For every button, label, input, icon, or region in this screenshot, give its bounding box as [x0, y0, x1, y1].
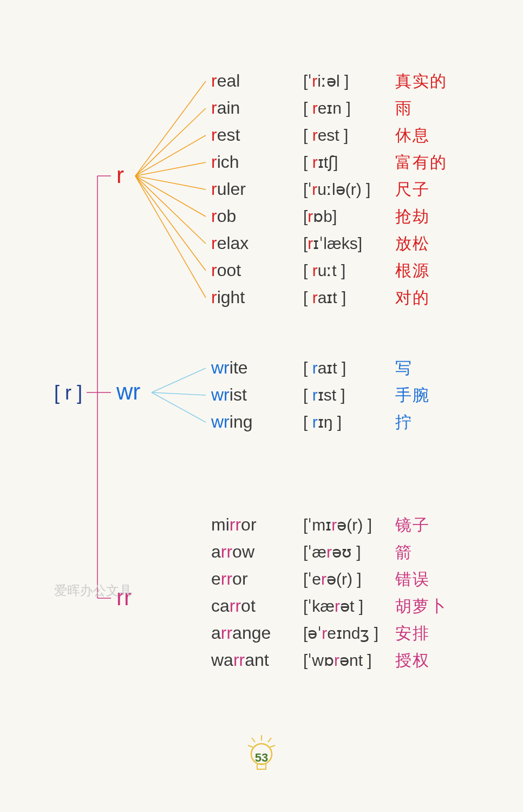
- ipa: [ reɪn ]: [303, 99, 395, 117]
- entry-row: arrange[əˈreɪndʒ ]安排: [211, 623, 430, 645]
- svg-line-4: [135, 81, 206, 176]
- entry-row: arrow[ˈærəʊ ]箭: [211, 541, 413, 564]
- meaning: 真实的: [395, 70, 447, 93]
- meaning: 镜子: [395, 514, 430, 536]
- ipa: [ rɪtʃ]: [303, 153, 395, 172]
- ipa: [ raɪt ]: [303, 358, 395, 377]
- word: mirror: [211, 515, 303, 535]
- entry-row: rob[rɒb]抢劫: [211, 206, 430, 228]
- svg-line-5: [135, 108, 206, 176]
- word: carrot: [211, 596, 303, 616]
- spelling-r: r: [116, 162, 124, 188]
- meaning: 抢劫: [395, 206, 430, 228]
- meaning: 放松: [395, 233, 430, 255]
- page-number-badge: 53: [245, 734, 278, 788]
- meaning: 拧: [395, 411, 413, 434]
- word: error: [211, 569, 303, 589]
- word: root: [211, 260, 303, 280]
- word: rob: [211, 206, 303, 226]
- meaning: 授权: [395, 650, 430, 672]
- ipa: [ˈruːlə(r) ]: [303, 180, 395, 199]
- word: write: [211, 358, 303, 378]
- watermark: 爱晖办公文具: [54, 582, 132, 599]
- svg-line-9: [135, 176, 206, 217]
- entry-row: wrist[ rɪst ]手腕: [211, 384, 430, 407]
- ipa: [əˈreɪndʒ ]: [303, 624, 395, 643]
- word: rich: [211, 152, 303, 172]
- word: arrow: [211, 542, 303, 562]
- svg-line-8: [135, 176, 206, 189]
- entry-row: warrant[ˈwɒrənt ]授权: [211, 650, 430, 672]
- svg-line-13: [152, 368, 206, 392]
- svg-line-10: [135, 176, 206, 244]
- word: warrant: [211, 650, 303, 670]
- entry-row: rest[ rest ]休息: [211, 125, 430, 147]
- svg-line-12: [135, 176, 206, 298]
- meaning: 休息: [395, 125, 430, 147]
- page-number: 53: [245, 751, 278, 765]
- entry-row: real[ˈriːəl ]真实的: [211, 70, 447, 93]
- entry-row: root[ ruːt ]根源: [211, 260, 430, 282]
- entry-row: rain[ reɪn ]雨: [211, 97, 413, 120]
- spelling-wr: wr: [116, 379, 140, 405]
- svg-line-7: [135, 162, 206, 176]
- ipa: [ˈærəʊ ]: [303, 542, 395, 561]
- entry-row: ruler[ˈruːlə(r) ]尺子: [211, 179, 430, 201]
- page-container: [ r ] r wr rr 爱晖办公文具 real[ˈriːəl ]真实的rai…: [0, 0, 523, 812]
- meaning: 手腕: [395, 384, 430, 407]
- entry-row: write[ raɪt ]写: [211, 357, 413, 379]
- svg-line-17: [252, 738, 255, 742]
- meaning: 根源: [395, 260, 430, 282]
- word: wrist: [211, 385, 303, 405]
- ipa: [rɒb]: [303, 207, 395, 226]
- ipa: [ rɪst ]: [303, 385, 395, 404]
- word: ruler: [211, 179, 303, 199]
- entry-row: rich[ rɪtʃ]富有的: [211, 152, 447, 174]
- ipa: [ˈerə(r) ]: [303, 569, 395, 588]
- meaning: 雨: [395, 97, 413, 120]
- ipa: [ˈriːəl ]: [303, 71, 395, 90]
- word: arrange: [211, 623, 303, 643]
- svg-line-20: [270, 745, 275, 747]
- svg-line-19: [248, 745, 253, 747]
- word: wring: [211, 412, 303, 432]
- entry-row: mirror[ˈmɪrə(r) ]镜子: [211, 514, 430, 536]
- ipa: [ˈwɒrənt ]: [303, 651, 395, 670]
- entry-row: error[ˈerə(r) ]错误: [211, 568, 430, 591]
- meaning: 富有的: [395, 152, 447, 174]
- meaning: 写: [395, 357, 413, 379]
- word: real: [211, 71, 303, 91]
- ipa: [ˈmɪrə(r) ]: [303, 515, 395, 534]
- ipa: [ˈkærət ]: [303, 597, 395, 615]
- word: rest: [211, 125, 303, 145]
- ipa: [rɪˈlæks]: [303, 234, 395, 253]
- entry-row: right[ raɪt ]对的: [211, 287, 430, 309]
- entry-row: relax[rɪˈlæks]放松: [211, 233, 430, 255]
- word: right: [211, 287, 303, 307]
- entry-row: wring[ rɪŋ ]拧: [211, 411, 413, 434]
- phoneme-label: [ r ]: [54, 382, 82, 404]
- svg-line-18: [268, 738, 271, 742]
- meaning: 安排: [395, 623, 430, 645]
- ipa: [ raɪt ]: [303, 288, 395, 307]
- entry-row: carrot[ˈkærət ]胡萝卜: [211, 595, 447, 618]
- meaning: 箭: [395, 541, 413, 564]
- ipa: [ rɪŋ ]: [303, 412, 395, 431]
- meaning: 尺子: [395, 179, 430, 201]
- word: rain: [211, 98, 303, 118]
- svg-line-14: [152, 392, 206, 395]
- svg-line-15: [152, 392, 206, 422]
- meaning: 错误: [395, 568, 430, 591]
- svg-line-11: [135, 176, 206, 271]
- svg-line-6: [135, 135, 206, 176]
- meaning: 对的: [395, 287, 430, 309]
- meaning: 胡萝卜: [395, 595, 447, 618]
- word: relax: [211, 233, 303, 253]
- ipa: [ ruːt ]: [303, 261, 395, 280]
- ipa: [ rest ]: [303, 126, 395, 145]
